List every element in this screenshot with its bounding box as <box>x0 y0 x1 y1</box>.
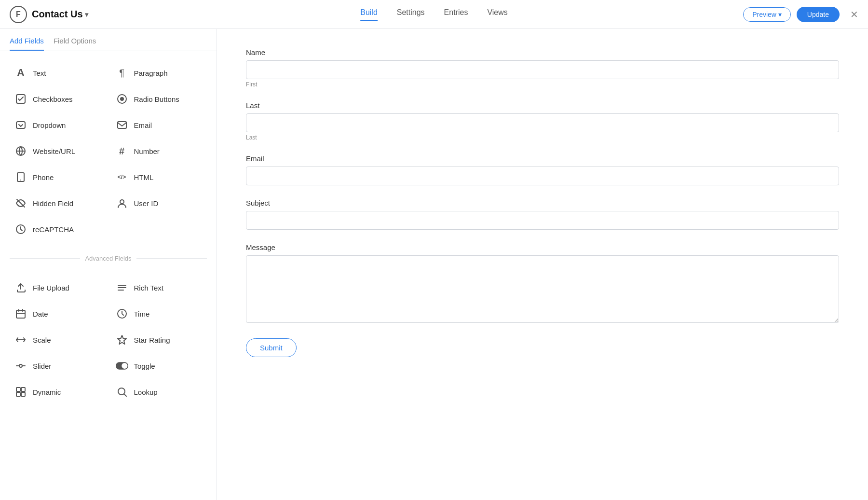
message-textarea[interactable] <box>246 255 839 323</box>
advanced-fields-grid: File Upload Rich Text Date <box>0 266 217 414</box>
update-button[interactable]: Update <box>797 7 840 22</box>
svg-rect-3 <box>16 122 25 128</box>
field-label-user-id: User ID <box>134 199 159 208</box>
toggle-icon <box>116 360 128 372</box>
main-nav: Build Settings Entries Views <box>360 8 508 21</box>
email-input[interactable] <box>246 167 839 185</box>
svg-rect-4 <box>118 122 126 128</box>
field-label-slider: Slider <box>33 362 51 370</box>
subject-label: Subject <box>246 199 839 207</box>
field-label-date: Date <box>33 310 48 318</box>
paragraph-icon: ¶ <box>116 67 128 79</box>
svg-point-21 <box>122 363 127 369</box>
field-label-recaptcha: reCAPTCHA <box>33 225 74 234</box>
name-last-input[interactable] <box>246 113 839 132</box>
field-item-recaptcha[interactable]: reCAPTCHA <box>10 217 106 241</box>
field-item-lookup[interactable]: Lookup <box>111 380 207 404</box>
user-id-icon <box>116 197 128 209</box>
svg-point-19 <box>19 364 22 367</box>
field-item-radio-buttons[interactable]: Radio Buttons <box>111 87 207 111</box>
star-rating-icon <box>116 333 128 346</box>
field-item-date[interactable]: Date <box>10 302 106 326</box>
form-title-text: Contact Us <box>32 9 83 20</box>
field-item-user-id[interactable]: User ID <box>111 191 207 215</box>
field-label-radio-buttons: Radio Buttons <box>134 95 179 103</box>
rich-text-icon <box>116 281 128 294</box>
sidebar: Add Fields Field Options A Text ¶ Paragr… <box>0 29 217 500</box>
form-group-name: Name First <box>246 48 839 88</box>
field-item-text[interactable]: A Text <box>10 61 106 85</box>
email-icon <box>116 119 128 131</box>
field-item-scale[interactable]: Scale <box>10 328 106 352</box>
email-label: Email <box>246 154 839 163</box>
field-item-file-upload[interactable]: File Upload <box>10 276 106 300</box>
svg-point-7 <box>120 200 124 204</box>
divider-line-left <box>10 258 80 259</box>
dropdown-icon <box>14 119 27 131</box>
field-item-website-url[interactable]: Website/URL <box>10 139 106 163</box>
file-upload-icon <box>14 281 27 294</box>
svg-rect-23 <box>21 388 25 391</box>
hidden-field-icon <box>14 197 27 209</box>
preview-button[interactable]: Preview ▾ <box>743 7 791 22</box>
lookup-icon <box>116 386 128 398</box>
header: F Contact Us ▾ Build Settings Entries Vi… <box>0 0 868 29</box>
svg-point-5 <box>20 180 21 181</box>
last-label: Last <box>246 101 839 110</box>
tab-entries[interactable]: Entries <box>444 8 468 21</box>
svg-point-2 <box>120 97 124 101</box>
field-label-rich-text: Rich Text <box>134 284 163 292</box>
close-button[interactable]: ✕ <box>850 9 858 20</box>
field-item-time[interactable]: Time <box>111 302 207 326</box>
tab-views[interactable]: Views <box>487 8 507 21</box>
submit-button[interactable]: Submit <box>246 338 297 357</box>
name-label: Name <box>246 48 839 56</box>
name-first-sublabel: First <box>246 81 839 88</box>
form-area: Name First Last Last Email Subject Messa… <box>217 29 868 500</box>
form-group-last: Last Last <box>246 101 839 141</box>
field-item-hidden-field[interactable]: Hidden Field <box>10 191 106 215</box>
header-actions: Preview ▾ Update ✕ <box>743 7 858 22</box>
text-icon: A <box>14 67 27 79</box>
field-item-email[interactable]: Email <box>111 113 207 137</box>
field-item-html[interactable]: </> HTML <box>111 165 207 189</box>
title-chevron-icon: ▾ <box>85 11 88 18</box>
tab-build[interactable]: Build <box>360 8 378 21</box>
sidebar-tabs: Add Fields Field Options <box>0 29 217 51</box>
tab-settings[interactable]: Settings <box>397 8 425 21</box>
subject-input[interactable] <box>246 211 839 230</box>
scale-icon <box>14 333 27 346</box>
main-content: Add Fields Field Options A Text ¶ Paragr… <box>0 29 868 500</box>
name-first-input[interactable] <box>246 60 839 79</box>
field-item-checkboxes[interactable]: Checkboxes <box>10 87 106 111</box>
phone-icon <box>14 171 27 183</box>
svg-marker-17 <box>118 335 126 344</box>
field-item-star-rating[interactable]: Star Rating <box>111 328 207 352</box>
field-item-slider[interactable]: Slider <box>10 354 106 378</box>
website-url-icon <box>14 145 27 157</box>
field-item-dropdown[interactable]: Dropdown <box>10 113 106 137</box>
field-label-scale: Scale <box>33 336 51 344</box>
field-label-phone: Phone <box>33 173 54 181</box>
field-item-number[interactable]: # Number <box>111 139 207 163</box>
form-title[interactable]: Contact Us ▾ <box>32 9 88 20</box>
field-item-dynamic[interactable]: Dynamic <box>10 380 106 404</box>
slider-icon <box>14 360 27 372</box>
advanced-fields-label: Advanced Fields <box>85 255 131 262</box>
field-label-dropdown: Dropdown <box>33 121 66 129</box>
field-label-website-url: Website/URL <box>33 147 75 155</box>
field-label-email: Email <box>134 121 152 129</box>
field-item-toggle[interactable]: Toggle <box>111 354 207 378</box>
svg-rect-22 <box>16 388 20 391</box>
field-label-star-rating: Star Rating <box>134 336 170 344</box>
field-item-rich-text[interactable]: Rich Text <box>111 276 207 300</box>
sidebar-tab-add-fields[interactable]: Add Fields <box>10 37 44 51</box>
sidebar-tab-field-options[interactable]: Field Options <box>54 37 96 51</box>
field-label-checkboxes: Checkboxes <box>33 95 73 103</box>
time-icon <box>116 307 128 320</box>
field-label-lookup: Lookup <box>134 388 158 396</box>
field-label-number: Number <box>134 147 160 155</box>
field-item-paragraph[interactable]: ¶ Paragraph <box>111 61 207 85</box>
field-item-phone[interactable]: Phone <box>10 165 106 189</box>
name-last-sublabel: Last <box>246 134 839 141</box>
